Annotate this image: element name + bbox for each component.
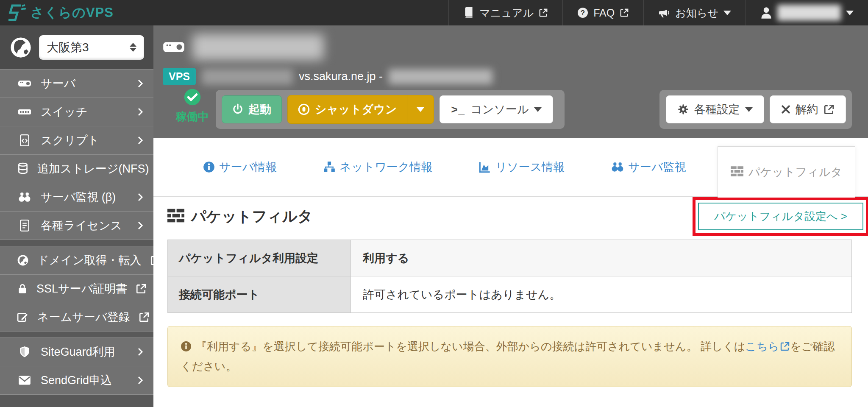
stop-circle-icon bbox=[298, 103, 310, 115]
sidebar-bottom-band bbox=[0, 394, 153, 407]
server-status: 稼働中 bbox=[172, 88, 213, 124]
table-row: 接続可能ポート 許可されているポートはありません。 bbox=[168, 276, 852, 313]
vps-badge: VPS bbox=[163, 68, 196, 85]
sidebar: 大阪第3 サーバ スイッチ スクリプト bbox=[0, 25, 153, 407]
sidebar-item-server[interactable]: サーバ bbox=[0, 69, 153, 98]
user-name-redacted bbox=[777, 5, 841, 21]
sidebar-item-ssl[interactable]: SSLサーバ証明書 bbox=[0, 274, 153, 303]
faq-link[interactable]: ? FAQ bbox=[562, 0, 643, 25]
manual-link[interactable]: マニュアル bbox=[448, 0, 562, 25]
info-circle-icon bbox=[203, 161, 215, 173]
settings-button-group: 各種設定 解約 bbox=[659, 90, 852, 129]
hostname-row: VPS vs.sakura.ne.jp - bbox=[163, 68, 492, 85]
tab-packet-filter-active[interactable]: パケットフィルタ bbox=[718, 146, 855, 198]
bricks-icon bbox=[167, 208, 184, 225]
shutdown-menu-button[interactable] bbox=[407, 95, 434, 123]
hostname-suffix-redacted bbox=[389, 69, 492, 84]
power-icon bbox=[232, 103, 243, 115]
sidebar-item-nameserver[interactable]: ネームサーバ登録 bbox=[0, 303, 153, 331]
tab-server-monitoring[interactable]: サーバ監視 bbox=[611, 159, 686, 175]
chevron-right-icon bbox=[137, 221, 143, 230]
topbar-right: マニュアル ? FAQ bbox=[448, 0, 868, 25]
table-value: 許可されているポートはありません。 bbox=[351, 276, 852, 313]
news-menu[interactable]: お知らせ bbox=[643, 0, 746, 25]
chevron-down-icon bbox=[723, 11, 731, 15]
news-label: お知らせ bbox=[675, 6, 718, 20]
megaphone-icon bbox=[658, 7, 670, 18]
zone-selector-row: 大阪第3 bbox=[0, 25, 153, 69]
sakura-vps-logo[interactable]: さくらのVPS bbox=[0, 4, 114, 22]
license-icon bbox=[17, 219, 32, 232]
start-button[interactable]: 起動 bbox=[222, 95, 282, 123]
chevron-down-icon bbox=[846, 11, 854, 15]
chevron-right-icon bbox=[137, 376, 143, 385]
sidebar-item-switch[interactable]: スイッチ bbox=[0, 98, 153, 126]
sidebar-item-sendgrid[interactable]: SendGrid申込 bbox=[0, 366, 153, 394]
zone-select[interactable]: 大阪第3 bbox=[39, 35, 144, 60]
chevron-right-icon bbox=[137, 107, 143, 117]
console-button[interactable]: >_ コンソール bbox=[440, 95, 553, 123]
tab-resource-info[interactable]: リソース情報 bbox=[479, 159, 565, 175]
chevron-right-icon bbox=[137, 79, 143, 88]
server-icon bbox=[163, 40, 185, 54]
settings-button[interactable]: 各種設定 bbox=[666, 95, 764, 123]
external-link-icon bbox=[620, 8, 629, 17]
network-icon bbox=[323, 161, 335, 173]
table-label: 接続可能ポート bbox=[168, 276, 351, 313]
bricks-icon bbox=[731, 166, 743, 178]
script-icon bbox=[17, 134, 32, 147]
table-value: 利用する bbox=[351, 240, 852, 276]
sidebar-item-licenses[interactable]: 各種ライセンス bbox=[0, 211, 153, 240]
binoculars-icon bbox=[611, 162, 624, 173]
page: さくらのVPS マニュアル bbox=[0, 0, 868, 407]
user-menu[interactable] bbox=[746, 0, 868, 25]
storage-icon bbox=[17, 162, 29, 175]
sidebar-item-monitoring[interactable]: サーバ監視 (β) bbox=[0, 183, 153, 211]
terminal-icon: >_ bbox=[451, 103, 465, 116]
notice-text: 『利用する』を選択して接続可能ポートを選択しない場合、外部からの接続は許可されて… bbox=[196, 340, 745, 353]
shield-icon bbox=[17, 346, 32, 358]
sakura-logo-icon bbox=[7, 4, 26, 22]
chevron-down-icon bbox=[417, 107, 424, 112]
shutdown-button[interactable]: シャットダウン bbox=[288, 95, 407, 123]
packet-filter-table: パケットフィルタ利用設定 利用する 接続可能ポート 許可されているポートはありま… bbox=[167, 240, 852, 313]
chevron-right-icon bbox=[137, 347, 143, 357]
server-header: VPS vs.sakura.ne.jp - 稼働中 起動 bbox=[153, 25, 868, 138]
packet-filter-heading: パケットフィルタ bbox=[167, 206, 313, 226]
topbar: さくらのVPS マニュアル bbox=[0, 0, 868, 25]
table-label: パケットフィルタ利用設定 bbox=[168, 240, 351, 276]
server-icon bbox=[17, 78, 32, 89]
server-title-row bbox=[163, 34, 324, 60]
cancel-contract-button[interactable]: 解約 bbox=[770, 95, 846, 123]
info-circle-icon bbox=[181, 341, 192, 352]
chevron-down-icon bbox=[534, 107, 542, 112]
svg-text:?: ? bbox=[581, 9, 585, 17]
area-chart-icon bbox=[479, 161, 491, 173]
shutdown-button-wrap: シャットダウン bbox=[287, 95, 434, 124]
packet-filter-settings-button[interactable]: パケットフィルタ設定へ > bbox=[698, 203, 863, 230]
user-icon bbox=[760, 6, 772, 19]
external-link-icon bbox=[139, 312, 150, 323]
binoculars-icon bbox=[17, 192, 32, 203]
tab-network-info[interactable]: ネットワーク情報 bbox=[323, 159, 432, 175]
status-label: 稼働中 bbox=[172, 109, 213, 124]
external-link-icon bbox=[780, 341, 790, 351]
check-circle-icon bbox=[184, 88, 201, 106]
external-link-icon bbox=[136, 283, 147, 294]
hostname-domain: vs.sakura.ne.jp - bbox=[299, 70, 383, 83]
globe-icon bbox=[9, 36, 32, 59]
details-link[interactable]: こちら bbox=[745, 340, 779, 353]
sidebar-item-storage-nfs[interactable]: 追加ストレージ(NFS) bbox=[0, 154, 153, 183]
sidebar-item-domain[interactable]: ドメイン取得・転入 bbox=[0, 246, 153, 274]
sidebar-item-siteguard[interactable]: SiteGuard利用 bbox=[0, 337, 153, 366]
close-icon bbox=[781, 105, 790, 114]
lock-icon bbox=[17, 283, 28, 295]
question-circle-icon: ? bbox=[577, 7, 588, 18]
tab-server-info[interactable]: サーバ情報 bbox=[203, 159, 277, 175]
hostname-prefix-redacted bbox=[202, 69, 293, 85]
envelope-icon bbox=[17, 375, 32, 385]
server-name-redacted bbox=[192, 34, 324, 60]
sidebar-item-script[interactable]: スクリプト bbox=[0, 126, 153, 154]
manual-label: マニュアル bbox=[479, 6, 534, 20]
sidebar-divider bbox=[0, 331, 153, 337]
